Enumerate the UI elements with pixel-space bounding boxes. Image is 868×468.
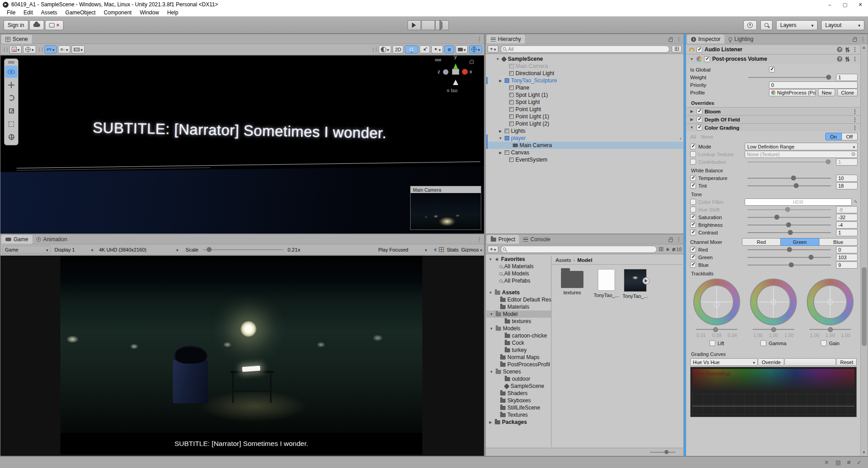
y-axis-cone[interactable] — [453, 61, 458, 70]
project-folder[interactable]: cartoon-chicke — [486, 332, 551, 339]
component-menu-icon[interactable] — [852, 56, 858, 62]
project-folder[interactable]: Shaders — [486, 390, 551, 397]
console-error-mute-icon[interactable]: ✕ — [824, 459, 829, 466]
rect-tool-button[interactable] — [5, 118, 18, 130]
hierarchy-item[interactable]: Lights — [486, 127, 683, 135]
close-button[interactable]: ✕ — [853, 0, 868, 9]
gizmos-dropdown[interactable]: Gizmos — [461, 247, 482, 252]
hierarchy-item[interactable]: EventSystem — [486, 156, 683, 163]
project-folder[interactable]: Textures — [486, 411, 551, 418]
scene-lighting-toggle[interactable] — [405, 45, 418, 54]
lift-slider[interactable] — [696, 329, 737, 330]
select-all-button[interactable]: All — [690, 134, 696, 140]
asset-item-folder[interactable]: textures — [557, 271, 587, 295]
tab-game[interactable]: Game — [1, 235, 32, 244]
tab-lighting[interactable]: Lighting — [724, 35, 757, 44]
scrollbar-thumb[interactable] — [862, 267, 867, 346]
layers-status-icon[interactable]: ▤ — [835, 459, 841, 466]
eyedropper-icon[interactable]: ✎ — [854, 199, 858, 204]
post-process-volume-header[interactable]: Post-process Volume ? — [687, 54, 860, 63]
param-checkbox[interactable] — [690, 199, 696, 205]
stats-button[interactable]: Stats — [447, 247, 458, 252]
increment-snap-button[interactable] — [72, 45, 85, 54]
select-none-button[interactable]: None — [701, 134, 714, 140]
menu-edit[interactable]: Edit — [19, 9, 37, 16]
mixer-green-slider[interactable] — [747, 257, 831, 258]
help-icon[interactable]: ? — [837, 56, 842, 62]
off-button[interactable]: Off — [842, 133, 858, 140]
x-axis-handle[interactable] — [462, 69, 468, 75]
prefab-open-chevron[interactable]: › — [680, 136, 681, 141]
foldout-icon[interactable] — [489, 312, 494, 316]
step-button[interactable] — [435, 20, 449, 30]
override-enabled-checkbox[interactable] — [696, 108, 702, 114]
services-button[interactable]: ✕ — [45, 20, 64, 30]
gamma-checkbox[interactable] — [760, 340, 766, 346]
weight-value[interactable]: 1 — [836, 74, 858, 81]
drag-handle[interactable]: ❘❘ — [37, 47, 43, 52]
layers-dropdown[interactable]: Layers — [776, 20, 818, 30]
gamma-wheel[interactable] — [750, 279, 797, 325]
foldout-icon[interactable] — [689, 57, 694, 61]
override-enabled-checkbox[interactable] — [696, 125, 702, 130]
param-checkbox[interactable] — [690, 214, 696, 220]
transform-tool-button[interactable] — [5, 131, 18, 143]
favorites-root[interactable]: Favorites — [486, 256, 551, 263]
pivot-orientation-button[interactable] — [23, 45, 36, 54]
foldout-icon[interactable] — [689, 126, 694, 130]
profile-new-button[interactable]: New — [818, 89, 835, 96]
project-folder[interactable]: turkey — [486, 346, 551, 354]
rotate-tool-button[interactable] — [5, 92, 18, 104]
gain-wheel[interactable] — [807, 279, 854, 325]
project-folder[interactable]: Cock — [486, 339, 551, 346]
param-checkbox[interactable] — [690, 222, 696, 228]
dof-override-header[interactable]: Depth Of Field — [687, 115, 860, 123]
contrast-value[interactable]: 1 — [836, 229, 858, 236]
lift-wheel[interactable] — [693, 279, 740, 325]
foldout-icon[interactable] — [498, 79, 503, 83]
contribution-slider[interactable] — [747, 162, 831, 162]
hue-shift-value[interactable]: -8 — [836, 206, 858, 213]
hierarchy-item[interactable]: Plane — [486, 84, 683, 91]
lock-icon[interactable] — [669, 39, 673, 42]
gizmo-lock-icon[interactable] — [470, 61, 474, 64]
help-icon[interactable]: ? — [837, 47, 842, 52]
project-file[interactable]: SampleScene — [486, 382, 551, 390]
view-tool-button[interactable] — [5, 66, 18, 78]
profile-object-field[interactable]: NightProcess (Pos — [769, 89, 816, 96]
hierarchy-item[interactable]: TonyTao_Sculpture — [486, 77, 683, 84]
color-grading-header[interactable]: Color Grading — [687, 123, 860, 131]
param-checkbox[interactable] — [690, 144, 696, 149]
gain-checkbox[interactable] — [821, 340, 827, 346]
profile-clone-button[interactable]: Clone — [837, 89, 858, 96]
play-badge-icon[interactable] — [642, 277, 650, 284]
param-checkbox[interactable] — [690, 254, 696, 260]
gizmo-drag-handle[interactable] — [435, 59, 441, 61]
drag-handle[interactable]: ❘❘ — [371, 47, 377, 52]
hierarchy-item[interactable]: Point Light — [486, 106, 683, 113]
play-focused-dropdown[interactable]: Play Focused — [376, 246, 429, 253]
game-viewport[interactable]: SUBTITLE: [Narrator] Sometimes I wonder. — [0, 256, 484, 456]
mode-dropdown[interactable]: Low Definition Range — [745, 143, 858, 150]
foldout-icon[interactable] — [488, 257, 493, 261]
drag-handle[interactable]: ❘❘ — [2, 47, 8, 52]
scene-picker-button[interactable] — [672, 45, 682, 53]
component-menu-icon[interactable] — [852, 46, 858, 53]
visibility-status-icon[interactable]: ø — [847, 459, 850, 466]
tool-settings-button[interactable] — [9, 45, 22, 54]
favorites-item[interactable]: All Prefabs — [486, 277, 551, 284]
foldout-icon[interactable] — [495, 57, 500, 61]
hierarchy-item[interactable]: player› — [486, 135, 683, 142]
channel-blue-button[interactable]: Blue — [819, 238, 858, 246]
foldout-icon[interactable] — [489, 327, 494, 331]
foldout-icon[interactable] — [689, 109, 694, 113]
hierarchy-item[interactable]: Point Light (2) — [486, 120, 683, 127]
display-dropdown[interactable]: Display 1 — [52, 246, 95, 253]
down-axis-cone[interactable] — [453, 77, 458, 85]
create-object-button[interactable]: + — [488, 45, 498, 53]
project-folder[interactable]: Assets — [486, 289, 551, 296]
hue-shift-slider[interactable] — [747, 209, 831, 210]
inspector-scrollbar[interactable]: ▲ ▼ — [860, 45, 867, 455]
hierarchy-search-input[interactable]: All — [501, 45, 669, 53]
curve-type-dropdown[interactable]: Hue Vs Hue — [690, 358, 758, 366]
